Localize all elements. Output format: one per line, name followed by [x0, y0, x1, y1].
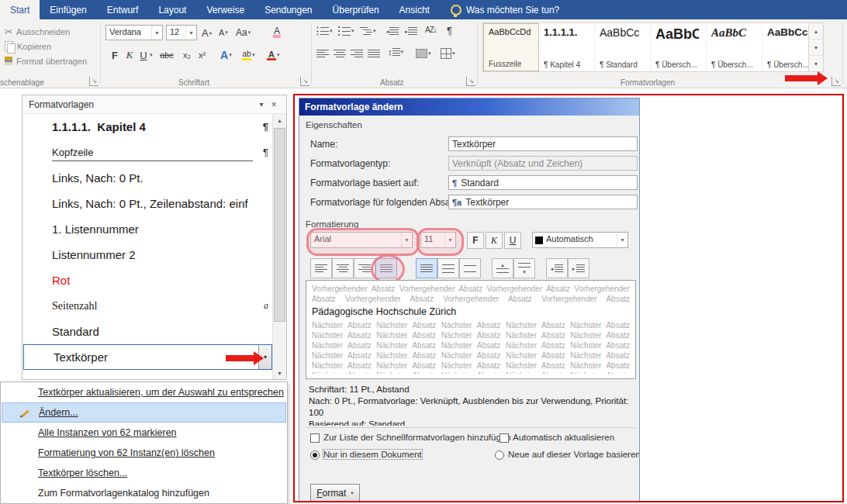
bold-button[interactable]: F [109, 47, 121, 63]
dialog-bold-button[interactable]: F [467, 232, 484, 249]
sort-button[interactable]: AZ↓ [425, 26, 437, 34]
style-item-listennummer-2[interactable]: Listennummer 2 [22, 242, 273, 268]
grow-font-button[interactable]: A▴ [202, 26, 212, 40]
font-size-combo[interactable]: 12 ▾ [166, 25, 197, 40]
dialog-justify-button[interactable] [375, 258, 397, 278]
scrollbar-down-icon[interactable]: ▾ [273, 367, 286, 379]
increase-indent-button[interactable]: ▸ [405, 26, 417, 36]
style-item-links-nach-zeilenabstand[interactable]: Links, Nach: 0 Pt., Zeilenabstand: einf [22, 191, 273, 216]
menu-item-delete-style[interactable]: Textkörper löschen... [1, 463, 287, 483]
dialog-font-color-combo[interactable]: Automatisch ▾ [532, 232, 628, 248]
align-right-button[interactable] [351, 49, 363, 58]
clipboard-dialog-launcher[interactable]: ↘ [89, 77, 99, 86]
chevron-down-icon[interactable]: ▾ [401, 233, 412, 247]
tell-me-box[interactable]: Was möchten Sie tun? [440, 0, 570, 19]
borders-button[interactable]: ▾ [441, 48, 455, 59]
scrollbar-thumb[interactable] [274, 128, 285, 322]
dialog-align-right-button[interactable] [354, 258, 375, 278]
quick-styles-checkbox[interactable] [310, 433, 320, 443]
gallery-item-fusszeile[interactable]: AaBbCcDd Fusszeile [483, 23, 539, 71]
decrease-paragraph-spacing-button[interactable]: ▾ [513, 258, 535, 278]
format-menu-button[interactable]: Format ▾ [310, 484, 360, 502]
cut-button[interactable]: ✂ Ausschneiden [5, 25, 70, 38]
gallery-more-button[interactable]: ▾ [809, 56, 823, 71]
chevron-down-icon[interactable]: ▾ [617, 233, 627, 247]
multilevel-list-button[interactable]: ▾ [360, 26, 376, 36]
gallery-scroll-up[interactable]: ▴ [809, 23, 823, 40]
scrollbar-up-icon[interactable]: ▴ [273, 114, 286, 126]
text-effects-button[interactable]: A▾ [220, 47, 232, 63]
format-painter-button[interactable]: Format übertragen [5, 54, 87, 67]
tab-start[interactable]: Start [0, 0, 40, 19]
shading-button[interactable]: ▾ [416, 49, 431, 58]
quick-styles-checkbox-label[interactable]: Zur Liste der Schnellformatvorlagen hinz… [323, 433, 511, 442]
numbered-list-button[interactable]: ▾ [338, 26, 354, 36]
single-spacing-button[interactable] [416, 258, 437, 278]
tab-sendungen[interactable]: Sendungen [254, 0, 322, 19]
font-color-button[interactable]: A▾ [267, 47, 280, 63]
menu-item-modify[interactable]: Ändern... [2, 402, 286, 423]
paragraph-dialog-launcher[interactable]: ↘ [466, 77, 475, 86]
menu-item-select-all-instances[interactable]: Alle Instanzen von 62 markieren [1, 423, 287, 443]
dialog-font-family-combo[interactable]: Arial ▾ [310, 232, 413, 248]
auto-update-checkbox[interactable] [500, 433, 509, 443]
pane-scrollbar[interactable]: ▴ ▾ [272, 114, 286, 379]
one-half-spacing-button[interactable] [437, 258, 459, 278]
underline-button[interactable]: U [138, 47, 149, 63]
align-center-button[interactable] [334, 49, 346, 58]
tab-ansicht[interactable]: Ansicht [389, 0, 440, 19]
tab-layout[interactable]: Layout [148, 0, 196, 19]
tab-einfuegen[interactable]: Einfügen [40, 0, 96, 19]
name-field[interactable]: Textkörper [448, 136, 638, 151]
decrease-indent-button[interactable]: ◂ [386, 26, 399, 36]
chevron-down-icon[interactable]: ▾ [150, 52, 153, 58]
tab-verweise[interactable]: Verweise [196, 0, 254, 19]
dialog-font-size-combo[interactable]: 11 ▾ [420, 232, 456, 248]
style-item-links-nach[interactable]: Links, Nach: 0 Pt. [22, 165, 273, 191]
line-spacing-button[interactable]: ↕▾ [388, 47, 403, 57]
style-item-standard[interactable]: Standard [22, 319, 273, 344]
font-family-combo[interactable]: Verdana ▾ [105, 25, 163, 40]
only-this-document-label[interactable]: Nur in diesem Dokument [323, 450, 422, 459]
strikethrough-button[interactable]: abc [160, 48, 174, 62]
new-documents-radio[interactable] [495, 450, 504, 460]
subscript-button[interactable]: x₂ [183, 48, 191, 62]
style-item-seitenzahl[interactable]: Seitenzahl a [22, 293, 273, 319]
justify-button[interactable] [368, 49, 380, 58]
chevron-down-icon[interactable]: ▾ [444, 233, 455, 247]
style-item-listennummer[interactable]: 1. Listennummer [22, 216, 273, 242]
change-case-button[interactable]: Aa▾ [236, 26, 251, 40]
chevron-down-icon[interactable]: ▾ [185, 26, 196, 40]
double-spacing-button[interactable] [459, 258, 481, 278]
menu-item-update-to-match[interactable]: Textkörper aktualisieren, um der Auswahl… [1, 382, 287, 402]
dialog-title-bar[interactable]: Formatvorlage ändern [299, 98, 639, 116]
shrink-font-button[interactable]: A▾ [219, 26, 228, 39]
text-highlight-button[interactable]: ab▾ [242, 47, 255, 63]
style-item-kapitel4[interactable]: 1.1.1.1. Kapitel 4 ¶ [22, 114, 273, 140]
dialog-decrease-indent-button[interactable]: ◂ [546, 258, 568, 278]
gallery-item-ueberschrift-2[interactable]: AaBbC ¶ Übersch... [707, 23, 762, 71]
only-this-document-radio[interactable] [310, 450, 320, 460]
chevron-down-icon[interactable]: ▾ [151, 26, 162, 40]
superscript-button[interactable]: x² [199, 48, 206, 62]
based-on-combo[interactable]: ¶ Standard [448, 175, 638, 190]
styles-dialog-launcher[interactable]: ↘ [831, 77, 841, 86]
dialog-increase-indent-button[interactable]: ▸ [568, 258, 589, 278]
pilcrow-button[interactable]: ¶ [447, 25, 452, 36]
copy-button[interactable]: Kopieren [5, 40, 51, 53]
dialog-align-left-button[interactable] [310, 258, 332, 278]
gallery-scroll-down[interactable]: ▾ [809, 40, 823, 56]
font-dialog-launcher[interactable]: ↘ [300, 77, 309, 86]
menu-item-clear-formatting[interactable]: Formatierung von 62 Instanz(en) löschen [1, 443, 287, 463]
gallery-item-standard[interactable]: AaBbCc ¶ Standard [595, 23, 651, 71]
bullet-list-button[interactable]: ▾ [316, 26, 333, 36]
clear-formatting-button[interactable]: A [273, 26, 281, 40]
dialog-align-center-button[interactable] [332, 258, 354, 278]
gallery-item-kapitel4[interactable]: 1.1.1.1. ¶ Kapitel 4 [539, 23, 595, 71]
dialog-italic-button[interactable]: K [486, 232, 503, 249]
italic-button[interactable]: K [124, 47, 135, 63]
following-paragraph-combo[interactable]: ¶a Textkörper [448, 195, 638, 209]
menu-item-add-to-gallery[interactable]: Zum Formatvorlagenkatalog hinzufügen [1, 483, 287, 503]
align-left-button[interactable] [316, 49, 329, 58]
style-item-kopfzeile[interactable]: Kopfzeile ¶ [22, 140, 273, 165]
